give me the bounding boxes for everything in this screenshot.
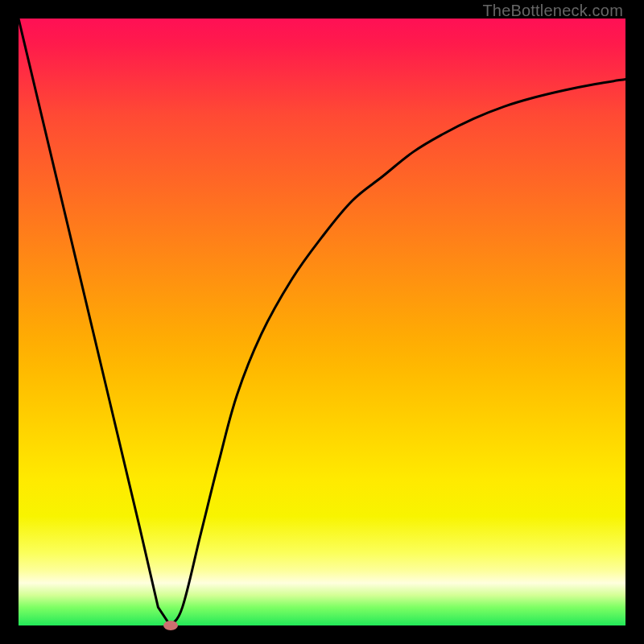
gradient-background bbox=[19, 19, 625, 625]
chart-frame: TheBottleneck.com bbox=[0, 0, 644, 644]
watermark-text: TheBottleneck.com bbox=[482, 2, 623, 20]
optimum-marker bbox=[163, 621, 178, 630]
